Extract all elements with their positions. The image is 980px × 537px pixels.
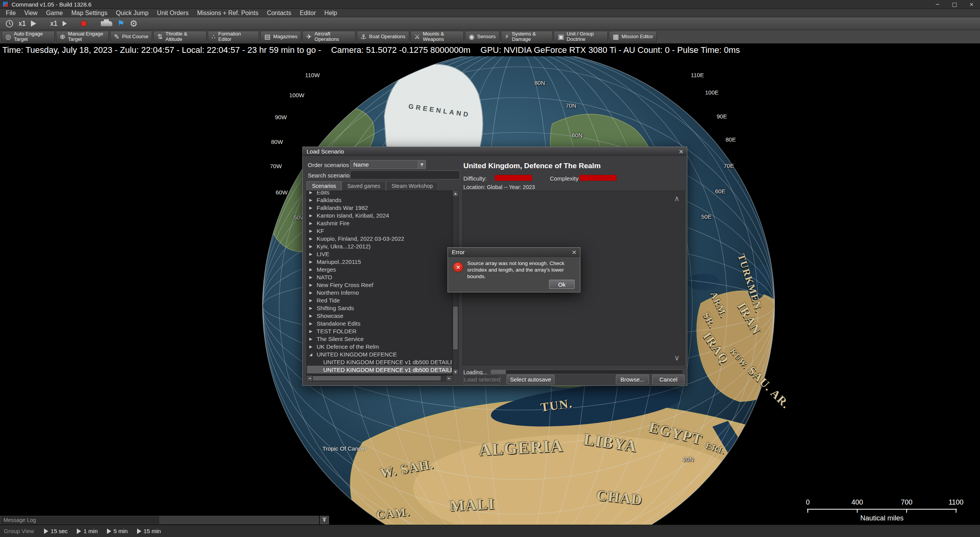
scenario-tree-item[interactable]: ▶ Shifting Sands bbox=[307, 304, 452, 312]
load-selected-button[interactable]: Load selected bbox=[463, 375, 501, 384]
time-step-15min[interactable]: 15 min bbox=[137, 528, 161, 534]
message-log-header[interactable]: Message Log bbox=[0, 516, 160, 524]
error-dialog-titlebar[interactable]: Error × bbox=[448, 248, 580, 257]
cancel-button[interactable]: Cancel bbox=[652, 375, 685, 384]
scenario-tree-item[interactable]: ▶ Standalone Edits bbox=[307, 319, 452, 327]
tree-horizontal-scrollbar[interactable]: ◄ ► bbox=[307, 375, 452, 381]
load-dialog-titlebar[interactable]: Load Scenario × bbox=[303, 147, 687, 156]
close-button[interactable]: × bbox=[963, 0, 980, 8]
tree-item-label: UNITED KINGDOM DEFENCE bbox=[317, 351, 397, 358]
throttle-altitude-button[interactable]: ⇅ Throttle & Altitude bbox=[153, 31, 206, 42]
time-step-5min[interactable]: 5 min bbox=[107, 528, 128, 534]
toolbar-button-icon: ⚔ bbox=[414, 33, 420, 41]
browse-button[interactable]: Browse... bbox=[616, 375, 649, 384]
play-button[interactable] bbox=[31, 20, 36, 27]
maximize-button[interactable]: □ bbox=[946, 0, 963, 8]
ok-button[interactable]: Ok bbox=[549, 280, 575, 289]
scenario-tree-item[interactable]: UNITED KINGDOM DEFENCE v1 db500 DETAILED bbox=[307, 366, 452, 373]
scenario-tree-item[interactable]: ▶ Kuopio, Finland, 2022 03-03-2022 bbox=[307, 235, 452, 242]
scenario-tree-item[interactable]: ▶ Kashmir Fire bbox=[307, 219, 452, 227]
scroll-right-icon[interactable]: ► bbox=[447, 376, 452, 381]
message-log-scrollstrip[interactable] bbox=[160, 516, 319, 524]
scenario-tree-item[interactable]: ◢ UNITED KINGDOM DEFENCE bbox=[307, 350, 452, 358]
order-by-dropdown[interactable]: Name ▼ bbox=[350, 160, 426, 169]
menu-item[interactable]: Game bbox=[42, 9, 67, 17]
scenario-tree-item[interactable]: ▶ TEST FOLDER bbox=[307, 327, 452, 335]
chevron-up-icon[interactable]: ∧ bbox=[674, 194, 680, 203]
aircraft-operations-button[interactable]: ✈ Aircraft Operations bbox=[302, 31, 355, 42]
systems-damage-button[interactable]: ⚡ Systems & Damage bbox=[501, 31, 553, 42]
menu-item[interactable]: Quick Jump bbox=[112, 9, 153, 17]
scenario-tree-item[interactable]: ▶ Northern Inferno bbox=[307, 289, 452, 296]
load-dialog-close-icon[interactable]: × bbox=[675, 148, 687, 155]
step-play-button[interactable] bbox=[63, 21, 67, 26]
auto-engage-target-button[interactable]: ◎ Auto Engage Target bbox=[2, 31, 55, 42]
scenario-tree[interactable]: ▶ Edits ▶ Falklands ▶ Falklands War 1982… bbox=[307, 191, 452, 375]
complexity-meter bbox=[579, 175, 617, 181]
title-bar[interactable]: Command v1.05 - Build 1328.6 ─ □ × bbox=[0, 0, 980, 9]
scenario-tree-item[interactable]: ▶ LIVE bbox=[307, 250, 452, 258]
menu-item[interactable]: Map Settings bbox=[67, 9, 112, 17]
scenario-tree-item[interactable]: ▶ UK Defence of the Relm bbox=[307, 343, 452, 350]
menu-item[interactable]: Contacts bbox=[263, 9, 295, 17]
scenario-tree-item[interactable]: ▶ Falklands bbox=[307, 196, 452, 204]
search-input[interactable] bbox=[350, 171, 460, 179]
error-dialog-close-icon[interactable]: × bbox=[568, 248, 580, 256]
scenario-tree-item[interactable]: ▶ Kanton Island, Kiribati, 2024 bbox=[307, 211, 452, 219]
menu-item[interactable]: Editor bbox=[295, 9, 320, 17]
plot-course-button[interactable]: ✎ Plot Course bbox=[110, 31, 152, 42]
mission-editor-button[interactable]: ▦ Mission Editor bbox=[609, 31, 657, 42]
select-autosave-button[interactable]: Select autosave bbox=[507, 375, 554, 384]
settings-gear-icon[interactable]: ⚙ bbox=[130, 19, 138, 29]
scroll-down-icon[interactable]: ▼ bbox=[453, 370, 458, 375]
tree-expand-icon: ▶ bbox=[309, 337, 314, 341]
message-log-bar: Message Log bbox=[0, 516, 329, 524]
scrollbar-thumb[interactable] bbox=[313, 376, 441, 380]
scroll-up-icon[interactable]: ▲ bbox=[453, 191, 458, 196]
tree-expand-icon: ▶ bbox=[309, 252, 314, 256]
scenario-tree-item[interactable]: ▶ New Fiery Cross Reef bbox=[307, 281, 452, 289]
formation-editor-button[interactable]: ∴ Formation Editor bbox=[208, 31, 259, 42]
scenario-tree-item[interactable]: ▶ KF bbox=[307, 227, 452, 235]
load-dialog-title: Load Scenario bbox=[307, 148, 344, 155]
ferry-icon[interactable] bbox=[101, 21, 112, 26]
time-step-1min[interactable]: 1 min bbox=[77, 528, 98, 534]
waypoint-flag-icon[interactable]: ⚑ bbox=[117, 19, 125, 28]
scenario-tree-item[interactable]: ▶ Edits bbox=[307, 191, 452, 196]
tab-saved-games[interactable]: Saved games bbox=[342, 181, 386, 191]
scenario-tree-item[interactable]: ▶ Red Tide bbox=[307, 296, 452, 304]
scenario-tree-item[interactable]: UNITED KINGDOM DEFENCE v1 db500 DETAILED… bbox=[307, 358, 452, 366]
mounts-weapons-button[interactable]: ⚔ Mounts & Weapons bbox=[410, 31, 464, 42]
unit-group-doctrine-button[interactable]: ▣ Unit / Group Doctrine bbox=[554, 31, 607, 42]
boat-operations-button[interactable]: ⚓ Boat Operations bbox=[357, 31, 409, 42]
scenario-tree-item[interactable]: ▶ Showcase bbox=[307, 312, 452, 319]
menu-item[interactable]: File bbox=[2, 9, 20, 17]
minimize-button[interactable]: ─ bbox=[929, 0, 946, 8]
scenario-tree-item[interactable]: ▶ Merges bbox=[307, 265, 452, 273]
menu-item[interactable]: Unit Orders bbox=[153, 9, 193, 17]
status-time: Time: Tuesday, July 18, 2023 - Zulu: 22:… bbox=[2, 45, 321, 55]
complexity-label: Complexity: bbox=[550, 175, 580, 182]
chevron-down-icon[interactable]: ∨ bbox=[674, 353, 680, 362]
menu-item[interactable]: Missions + Ref. Points bbox=[193, 9, 263, 17]
manual-engage-target-button[interactable]: ⊕ Manual Engage Target bbox=[56, 31, 109, 42]
tab-steam-workshop[interactable]: Steam Workshop bbox=[386, 181, 438, 191]
scenario-tree-item[interactable]: ▶ Mariupol..220115 bbox=[307, 258, 452, 265]
menu-item[interactable]: Help bbox=[320, 9, 341, 17]
sensors-button[interactable]: ◉ Sensors bbox=[465, 31, 500, 42]
scroll-left-icon[interactable]: ◄ bbox=[307, 376, 312, 381]
scenario-tree-item[interactable]: ▶ NATO bbox=[307, 273, 452, 281]
magazines-button[interactable]: ▤ Magazines bbox=[260, 31, 301, 42]
time-step-15sec[interactable]: 15 sec bbox=[44, 528, 68, 534]
tab-scenarios[interactable]: Scenarios bbox=[307, 181, 341, 191]
map-globe[interactable]: 110W100W90W80W70W60W50W80N70N60N110E100E… bbox=[0, 56, 980, 525]
record-button[interactable] bbox=[81, 20, 87, 27]
message-log-expand-button[interactable] bbox=[320, 516, 329, 524]
scenario-tree-item[interactable]: ▶ The Silent Service bbox=[307, 335, 452, 343]
menu-item[interactable]: View bbox=[20, 9, 42, 17]
tree-expand-icon: ▶ bbox=[309, 306, 314, 310]
scenario-tree-item[interactable]: ▶ Kyiv, Ukra...12-2012) bbox=[307, 242, 452, 250]
scrollbar-thumb[interactable] bbox=[453, 307, 458, 349]
time-compression-icon[interactable] bbox=[5, 20, 14, 28]
scenario-tree-item[interactable]: ▶ Falklands War 1982 bbox=[307, 204, 452, 211]
